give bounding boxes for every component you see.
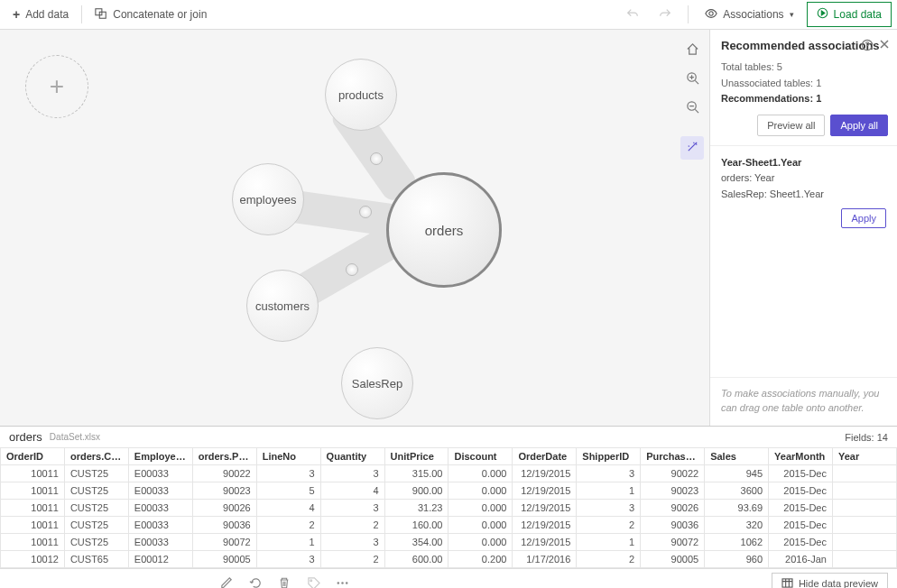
table-cell: 2 bbox=[577, 551, 641, 568]
table-cell: 2 bbox=[256, 517, 320, 534]
concat-label: Concatenate or join bbox=[113, 8, 207, 21]
svg-point-10 bbox=[346, 582, 347, 583]
zoom-in-icon bbox=[686, 71, 699, 87]
table-bubble-products[interactable]: products bbox=[325, 59, 397, 131]
table-cell: E00033 bbox=[128, 482, 192, 500]
fields-count: 14 bbox=[877, 432, 888, 443]
connector-dot bbox=[370, 152, 383, 165]
add-table-circle[interactable]: + bbox=[25, 55, 88, 118]
column-header[interactable]: Quantity bbox=[320, 448, 384, 465]
table-row[interactable]: 10011CUST25E000339007213354.000.00012/19… bbox=[1, 534, 897, 551]
table-cell bbox=[832, 482, 896, 500]
table-icon bbox=[781, 578, 793, 589]
table-row[interactable]: 10011CUST25E000339002354900.000.00012/19… bbox=[1, 482, 897, 500]
zoom-in-button[interactable] bbox=[680, 68, 704, 91]
home-icon bbox=[686, 42, 699, 59]
table-cell: E00033 bbox=[128, 534, 192, 551]
preview-source: DataSet.xlsx bbox=[50, 432, 100, 442]
table-cell: 2015-Dec bbox=[769, 534, 833, 551]
table-cell: E00033 bbox=[128, 500, 192, 517]
column-header[interactable]: orders.Cust… bbox=[64, 448, 128, 465]
total-tables-label: Total tables: bbox=[721, 61, 774, 72]
table-cell: 1062 bbox=[705, 534, 769, 551]
svg-point-8 bbox=[337, 582, 338, 583]
chevron-down-icon: ▾ bbox=[790, 10, 794, 19]
table-cell: 3 bbox=[577, 465, 641, 482]
association-canvas[interactable]: + products employees orders customers Sa… bbox=[0, 30, 709, 426]
table-cell: 10011 bbox=[1, 517, 65, 534]
help-icon[interactable] bbox=[861, 39, 874, 54]
column-header[interactable]: UnitPrice bbox=[384, 448, 448, 465]
zoom-out-button[interactable] bbox=[680, 96, 704, 120]
apply-button[interactable]: Apply bbox=[841, 208, 886, 228]
card-line: SalesRep: Sheet1.Year bbox=[721, 187, 886, 203]
table-cell: 1 bbox=[577, 534, 641, 551]
table-bubble-employees[interactable]: employees bbox=[232, 163, 304, 235]
table-bubble-orders[interactable]: orders bbox=[386, 172, 502, 288]
connector-dot bbox=[359, 206, 372, 218]
column-header[interactable]: OrderDate bbox=[513, 448, 577, 465]
hide-preview-button[interactable]: Hide data preview bbox=[772, 573, 888, 589]
svg-point-2 bbox=[709, 11, 713, 14]
column-header[interactable]: PurchasedP… bbox=[641, 448, 705, 465]
recommendation-card[interactable]: Year-Sheet1.Year orders: Year SalesRep: … bbox=[710, 145, 897, 237]
column-header[interactable]: OrderID bbox=[1, 448, 65, 465]
edit-icon[interactable] bbox=[220, 576, 235, 588]
table-cell: CUST25 bbox=[64, 500, 128, 517]
tag-icon[interactable] bbox=[307, 576, 321, 588]
table-cell: 0.000 bbox=[448, 465, 513, 482]
column-header[interactable]: Discount bbox=[448, 448, 513, 465]
table-cell: 2015-Dec bbox=[769, 482, 833, 500]
column-header[interactable]: YearMonth bbox=[769, 448, 833, 465]
table-row[interactable]: 10011CUST25E000339003622160.000.00012/19… bbox=[1, 517, 897, 534]
panel-hint: To make associations manually, you can d… bbox=[710, 377, 897, 426]
more-icon[interactable] bbox=[336, 576, 350, 588]
column-header[interactable]: orders.Prod… bbox=[192, 448, 256, 465]
column-header[interactable]: Sales bbox=[705, 448, 769, 465]
apply-all-button[interactable]: Apply all bbox=[830, 115, 888, 136]
concatenate-button[interactable]: Concatenate or join bbox=[88, 4, 214, 26]
table-cell: CUST65 bbox=[64, 551, 128, 568]
table-row[interactable]: 10011CUST25E000339002233315.000.00012/19… bbox=[1, 465, 897, 482]
magic-wand-button[interactable] bbox=[680, 136, 704, 160]
add-data-button[interactable]: + Add data bbox=[5, 4, 76, 25]
table-cell: 1 bbox=[577, 482, 641, 500]
table-cell: 0.000 bbox=[448, 482, 513, 500]
table-bubble-customers[interactable]: customers bbox=[246, 270, 319, 342]
bubble-label: SalesRep bbox=[352, 377, 402, 390]
card-title: Year-Sheet1.Year bbox=[721, 155, 886, 171]
column-header[interactable]: ShipperID bbox=[577, 448, 641, 465]
table-cell: 315.00 bbox=[384, 465, 448, 482]
refresh-icon[interactable] bbox=[249, 576, 264, 588]
redo-button[interactable] bbox=[652, 4, 679, 26]
table-row[interactable]: 10011CUST25E00033900264331.230.00012/19/… bbox=[1, 500, 897, 517]
column-header[interactable]: EmployeeKey bbox=[128, 448, 192, 465]
magic-wand-icon bbox=[686, 140, 699, 156]
undo-button[interactable] bbox=[619, 4, 646, 26]
table-cell: 10012 bbox=[1, 551, 65, 568]
table-cell: 90072 bbox=[192, 534, 256, 551]
preview-table-name: orders bbox=[9, 430, 42, 444]
table-cell: 2015-Dec bbox=[769, 517, 833, 534]
table-cell bbox=[832, 534, 896, 551]
table-bubble-salesrep[interactable]: SalesRep bbox=[341, 347, 413, 419]
bubble-label: orders bbox=[425, 223, 464, 238]
table-cell: 12/19/2015 bbox=[513, 465, 577, 482]
table-cell: CUST25 bbox=[64, 534, 128, 551]
table-cell: 90023 bbox=[641, 482, 705, 500]
table-cell: 12/19/2015 bbox=[513, 482, 577, 500]
table-row[interactable]: 10012CUST65E000129000532600.000.2001/17/… bbox=[1, 551, 897, 568]
table-cell: 90005 bbox=[641, 551, 705, 568]
table-cell: 900.00 bbox=[384, 482, 448, 500]
home-view-button[interactable] bbox=[680, 39, 704, 62]
column-header[interactable]: Year bbox=[832, 448, 896, 465]
bubble-label: customers bbox=[255, 299, 310, 313]
table-cell: E00012 bbox=[128, 551, 192, 568]
load-data-button[interactable]: Load data bbox=[807, 2, 892, 27]
preview-all-button[interactable]: Preview all bbox=[757, 115, 825, 136]
close-icon[interactable] bbox=[879, 39, 890, 52]
column-header[interactable]: LineNo bbox=[256, 448, 320, 465]
delete-icon[interactable] bbox=[278, 576, 292, 588]
associations-dropdown[interactable]: Associations ▾ bbox=[698, 3, 800, 27]
table-cell: 90022 bbox=[192, 465, 256, 482]
